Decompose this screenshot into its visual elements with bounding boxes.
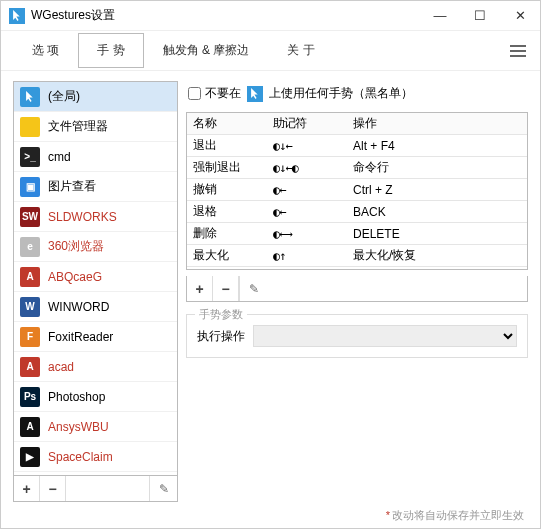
- app-item-label: 图片查看: [48, 178, 96, 195]
- app-item-icon: W: [20, 297, 40, 317]
- blacklist-checkbox[interactable]: [188, 87, 201, 100]
- gesture-action: BACK: [347, 205, 527, 219]
- app-item-icon: F: [20, 327, 40, 347]
- blacklist-row: 不要在 上使用任何手势（黑名单）: [186, 81, 528, 106]
- col-mnemonic: 助记符: [267, 115, 347, 132]
- app-item-icon: ▣: [20, 177, 40, 197]
- action-select[interactable]: [253, 325, 517, 347]
- app-item-icon: [20, 87, 40, 107]
- window-title: WGestures设置: [31, 7, 420, 24]
- app-item-label: ABQcaeG: [48, 270, 102, 284]
- gesture-row[interactable]: 删除◐←→DELETE: [187, 223, 527, 245]
- params-group-label: 手势参数: [195, 307, 247, 322]
- footer-note: 改动将自动保存并立即生效: [1, 502, 540, 528]
- app-item[interactable]: ▣图片查看: [14, 172, 177, 202]
- maximize-button[interactable]: ☐: [460, 1, 500, 31]
- app-item-label: FoxitReader: [48, 330, 113, 344]
- app-item[interactable]: AAnsysWBU: [14, 412, 177, 442]
- gesture-row[interactable]: 退出◐↓←Alt + F4: [187, 135, 527, 157]
- app-item-label: WINWORD: [48, 300, 109, 314]
- gesture-mnemonic: ◐←: [267, 183, 347, 197]
- gesture-action: Alt + F4: [347, 139, 527, 153]
- app-item-icon: Ps: [20, 387, 40, 407]
- gesture-mnemonic: ◐↓←: [267, 139, 347, 153]
- gesture-mnemonic: ◐↓←◐: [267, 161, 347, 175]
- app-item-icon: SW: [20, 207, 40, 227]
- blacklist-prefix: 不要在: [205, 85, 241, 102]
- gesture-name: 删除: [187, 225, 267, 242]
- add-gesture-button[interactable]: +: [187, 276, 213, 301]
- app-item[interactable]: PsPhotoshop: [14, 382, 177, 412]
- app-item[interactable]: WWINWORD: [14, 292, 177, 322]
- app-item-label: (全局): [48, 88, 80, 105]
- app-item-icon: [20, 117, 40, 137]
- app-item-icon: A: [20, 267, 40, 287]
- params-action-label: 执行操作: [197, 328, 245, 345]
- app-item[interactable]: e360浏览器: [14, 232, 177, 262]
- gesture-name: 撤销: [187, 181, 267, 198]
- app-item-label: SLDWORKS: [48, 210, 117, 224]
- gesture-name: 退出: [187, 137, 267, 154]
- remove-gesture-button[interactable]: −: [213, 276, 239, 301]
- gesture-table[interactable]: 名称 助记符 操作 退出◐↓←Alt + F4强制退出◐↓←◐命令行撤销◐←Ct…: [186, 112, 528, 270]
- app-icon: [9, 8, 25, 24]
- tab-about[interactable]: 关 于: [268, 33, 333, 68]
- col-name: 名称: [187, 115, 267, 132]
- app-item-label: SpaceClaim: [48, 450, 113, 464]
- tab-options[interactable]: 选 项: [13, 33, 78, 68]
- gesture-action: Ctrl + Z: [347, 183, 527, 197]
- cursor-icon: [247, 86, 263, 102]
- app-item[interactable]: (全局): [14, 82, 177, 112]
- edit-app-button[interactable]: ✎: [149, 476, 177, 501]
- add-app-button[interactable]: +: [14, 476, 40, 501]
- gesture-row[interactable]: 强制退出◐↓←◐命令行: [187, 157, 527, 179]
- app-item[interactable]: ▶SpaceClaim: [14, 442, 177, 472]
- gesture-row[interactable]: 撤销◐←Ctrl + Z: [187, 179, 527, 201]
- app-item[interactable]: Aacad: [14, 352, 177, 382]
- gesture-row[interactable]: 退格◐←BACK: [187, 201, 527, 223]
- app-item-label: acad: [48, 360, 74, 374]
- app-item[interactable]: FFoxitReader: [14, 322, 177, 352]
- app-item-label: 文件管理器: [48, 118, 108, 135]
- gesture-row[interactable]: 最大化◐↑最大化/恢复: [187, 245, 527, 267]
- app-item[interactable]: SWSLDWORKS: [14, 202, 177, 232]
- application-list[interactable]: (全局)文件管理器>_cmd▣图片查看SWSLDWORKSe360浏览器AABQ…: [13, 81, 178, 476]
- tab-corners[interactable]: 触发角 & 摩擦边: [144, 33, 269, 68]
- blacklist-suffix: 上使用任何手势（黑名单）: [269, 85, 413, 102]
- app-item-icon: A: [20, 417, 40, 437]
- minimize-button[interactable]: —: [420, 1, 460, 31]
- menu-button[interactable]: [508, 41, 528, 61]
- remove-app-button[interactable]: −: [40, 476, 66, 501]
- gesture-mnemonic: ◐↑: [267, 249, 347, 263]
- app-item[interactable]: AABQcaeG: [14, 262, 177, 292]
- app-item-icon: ▶: [20, 447, 40, 467]
- edit-gesture-button[interactable]: ✎: [239, 276, 267, 301]
- gesture-name: 退格: [187, 203, 267, 220]
- app-item-label: AnsysWBU: [48, 420, 109, 434]
- gesture-mnemonic: ◐←: [267, 205, 347, 219]
- tab-gestures[interactable]: 手 势: [78, 33, 143, 68]
- close-button[interactable]: ✕: [500, 1, 540, 31]
- gesture-action: 最大化/恢复: [347, 247, 527, 264]
- app-item[interactable]: >_cmd: [14, 142, 177, 172]
- gesture-action: DELETE: [347, 227, 527, 241]
- col-action: 操作: [347, 115, 527, 132]
- gesture-name: 最大化: [187, 247, 267, 264]
- app-item[interactable]: 文件管理器: [14, 112, 177, 142]
- gesture-action: 命令行: [347, 159, 527, 176]
- app-item-label: cmd: [48, 150, 71, 164]
- gesture-name: 强制退出: [187, 159, 267, 176]
- app-item-icon: e: [20, 237, 40, 257]
- gesture-params-group: 手势参数 执行操作: [186, 314, 528, 358]
- app-item-label: 360浏览器: [48, 238, 104, 255]
- app-item-icon: >_: [20, 147, 40, 167]
- gesture-mnemonic: ◐←→: [267, 227, 347, 241]
- app-item-label: Photoshop: [48, 390, 105, 404]
- app-item-icon: A: [20, 357, 40, 377]
